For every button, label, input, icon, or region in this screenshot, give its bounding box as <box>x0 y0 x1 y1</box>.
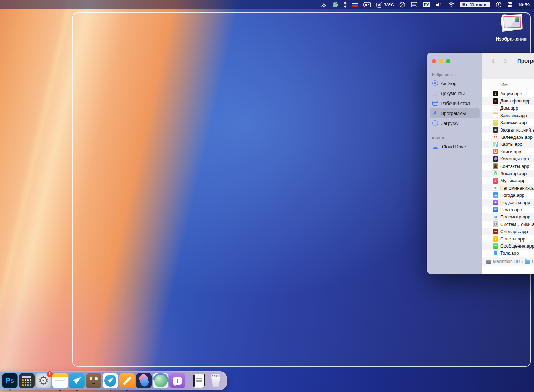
app-row[interactable]: Погода.app <box>482 191 534 198</box>
app-row[interactable]: Заметки.app <box>482 112 534 119</box>
finder-main: ‹ › Программы Имя Акции.app Диктофон.app <box>482 53 534 274</box>
app-row[interactable]: Напоминания.app <box>482 184 534 191</box>
clock-time[interactable]: 10:59 <box>518 1 530 8</box>
input-source-badge[interactable]: РУ <box>423 1 430 8</box>
sidebar-item-documents[interactable]: Документы <box>430 88 480 98</box>
sidebar-item-label: iCloud Drive <box>441 144 466 149</box>
app-row[interactable]: Локатор.app <box>482 170 534 177</box>
fan-temperature-item[interactable]: 38°C <box>376 1 394 8</box>
controls-toggles-icon[interactable] <box>507 1 513 8</box>
app-row[interactable]: Захват и…ний.app <box>482 126 534 133</box>
path-disk[interactable]: Macintosh HD <box>493 259 520 264</box>
app-row-name: Диктофон.app <box>500 98 530 104</box>
app-row-name: Сообщения.app <box>500 243 534 249</box>
russian-flag-icon[interactable] <box>352 1 358 8</box>
dock-item-shortcuts[interactable] <box>136 373 152 388</box>
app-row[interactable]: Музыка.app <box>482 177 534 184</box>
app-row[interactable]: Дом.app <box>482 105 534 112</box>
date-pill[interactable]: Вт, 11 июня <box>460 1 490 8</box>
close-button[interactable] <box>432 59 436 63</box>
app-row[interactable]: Толк.app <box>482 250 534 257</box>
app-row-icon <box>493 98 498 104</box>
temperature-label: 38°C <box>384 2 394 7</box>
app-row-icon <box>493 200 498 205</box>
app-row-icon <box>493 170 498 176</box>
sidebar-item-desktop[interactable]: Рабочий стол <box>430 98 480 108</box>
sidebar-item-icon <box>432 110 438 116</box>
dock-item-photoshop[interactable] <box>2 373 18 388</box>
app-row[interactable]: Записки.app <box>482 119 534 126</box>
dock-item-vpn-globe[interactable] <box>153 373 168 388</box>
app-row[interactable]: Команды.app <box>482 155 534 163</box>
path-folder[interactable]: Программы <box>532 259 534 264</box>
dock-extras <box>191 373 224 388</box>
app-row[interactable]: Акции.app <box>482 90 534 97</box>
app-row-icon <box>493 127 498 133</box>
dock-item-feedback[interactable] <box>169 373 185 388</box>
app-row[interactable]: Просмотр.app <box>482 213 534 221</box>
app-row-name: Советы.app <box>500 236 525 242</box>
camera-window-icon[interactable] <box>363 1 371 8</box>
column-name-label: Имя <box>501 82 509 87</box>
dock-item-documents-stack[interactable] <box>191 373 207 388</box>
macos-desktop: { "menubar": { "temperature": "38°C", "i… <box>0 0 534 392</box>
app-row[interactable]: Календарь.app <box>482 133 534 141</box>
sidebar-item-icon <box>432 143 438 150</box>
desktop-stack-images[interactable]: Изображения <box>496 14 527 42</box>
dock-item-telegram[interactable] <box>69 373 85 388</box>
app-row-name: Заметки.app <box>500 113 527 118</box>
sidebar-item-airdrop[interactable]: AirDrop <box>430 78 480 88</box>
dock-item-notes[interactable] <box>52 373 68 388</box>
running-indicator <box>76 390 78 391</box>
minimize-button[interactable] <box>439 59 443 63</box>
app-row[interactable]: Подкасты.app <box>482 199 534 206</box>
app-row-name: Карты.app <box>500 142 522 147</box>
finder-sidebar: Избранное AirDrop Документы Рабочий стол <box>427 53 482 274</box>
wifi-icon[interactable] <box>448 1 455 8</box>
slash-circle-icon[interactable] <box>399 1 405 8</box>
volume-icon[interactable] <box>436 1 443 8</box>
app-row-name: Дом.app <box>500 105 518 111</box>
sidebar-item-icloud-drive[interactable]: iCloud Drive <box>430 142 480 152</box>
app-row[interactable]: Контакты.app <box>482 163 534 170</box>
sidebar-item-applications[interactable]: Программы <box>430 108 480 118</box>
app-row[interactable]: Словарь.app <box>482 228 534 235</box>
dock-item-calculator[interactable] <box>19 373 35 388</box>
app-row[interactable]: Почта.app <box>482 206 534 213</box>
app-row-icon <box>493 112 498 118</box>
window-title: Программы <box>517 58 534 64</box>
dock-item-trash[interactable] <box>208 373 224 388</box>
sidebar-item-downloads[interactable]: Загрузки <box>430 118 480 128</box>
dock-item-box-character[interactable] <box>86 373 101 388</box>
app-row-name: Просмотр.app <box>500 214 530 219</box>
app-row[interactable]: Систем…ойки.app <box>482 221 534 228</box>
updown-arrows-icon[interactable] <box>344 1 347 8</box>
dock-item-system-settings[interactable]: 1 <box>36 373 51 388</box>
vpn-globe-icon[interactable] <box>332 1 338 8</box>
list-panel-icon[interactable] <box>411 1 417 8</box>
folder-icon <box>525 260 530 264</box>
zoom-button[interactable] <box>446 59 450 63</box>
app-row-icon <box>493 142 498 147</box>
app-row-name: Акции.app <box>500 91 522 96</box>
app-row[interactable]: Книги.app <box>482 148 534 155</box>
app-row-icon <box>493 120 498 126</box>
app-row-name: Записки.app <box>500 120 527 125</box>
alert-clock-icon[interactable] <box>496 1 502 8</box>
hand-gesture-icon[interactable] <box>321 1 327 8</box>
dock-item-pages[interactable] <box>119 373 135 388</box>
app-row-name: Толк.app <box>500 250 519 256</box>
dock-item-telegram-circle[interactable] <box>103 373 118 388</box>
app-row[interactable]: Карты.app <box>482 141 534 148</box>
app-row-icon <box>493 156 498 162</box>
app-row[interactable]: Диктофон.app <box>482 97 534 104</box>
back-button[interactable]: ‹ <box>488 57 499 65</box>
sidebar-item-label: Рабочий стол <box>441 101 470 106</box>
forward-button[interactable]: › <box>500 57 511 65</box>
app-row[interactable]: Сообщения.app <box>482 242 534 249</box>
app-row-icon <box>493 207 498 212</box>
list-column-header[interactable]: Имя <box>482 79 534 90</box>
running-indicator <box>59 390 61 391</box>
app-row[interactable]: Советы.app <box>482 235 534 242</box>
app-row-name: Локатор.app <box>500 171 527 176</box>
